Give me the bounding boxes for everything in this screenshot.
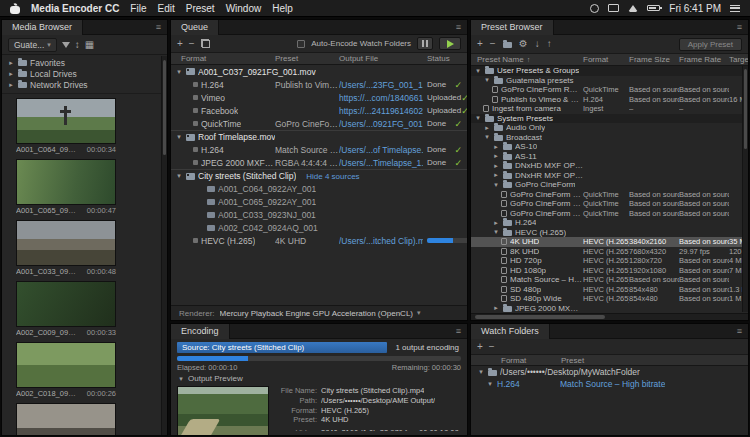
queue-output-row[interactable]: Facebookhttps://...24119614602283Uploade…: [171, 104, 467, 117]
import-preset-icon[interactable]: ↓: [535, 39, 540, 49]
queue-clip-row[interactable]: A001_C065_0922AY_001: [171, 195, 467, 208]
column-output-file[interactable]: Output File: [339, 54, 423, 63]
output-file-link[interactable]: https://...24119614602283: [339, 106, 423, 116]
column-target-rate[interactable]: Target Rate: [729, 55, 748, 64]
sync-status-icon[interactable]: [590, 4, 599, 13]
menu-clock[interactable]: Fri 6:41 PM: [669, 3, 721, 14]
output-file-link[interactable]: /Users/...Timelapse_1.mxf: [339, 158, 423, 168]
twirl-closed-icon[interactable]: ▸: [492, 304, 500, 312]
twirl-open-icon[interactable]: ▾: [175, 68, 183, 76]
preset-group-row[interactable]: ▸Audio Only: [471, 123, 748, 133]
output-preset[interactable]: RGBA 4:4:4:4 12-bit 8K: [275, 158, 339, 168]
panel-menu-icon[interactable]: ≡: [450, 326, 467, 336]
preset-row[interactable]: Publish to Vimeo & FacebookH.264Based on…: [471, 95, 748, 105]
preset-group-row[interactable]: ▸DNxHR MXF OP1a: [471, 171, 748, 181]
create-preset-icon[interactable]: +: [477, 39, 483, 49]
preset-group-row[interactable]: ▸H.264: [471, 218, 748, 228]
twirl-open-icon[interactable]: ▾: [492, 228, 500, 236]
sort-icon[interactable]: ↕: [75, 40, 80, 50]
column-format[interactable]: Format: [171, 54, 275, 63]
twirl-closed-icon[interactable]: ▸: [492, 171, 500, 179]
media-browser-tab[interactable]: Media Browser: [2, 20, 83, 35]
media-clip[interactable]: A001_C065_0922AY_00100:00:47: [16, 159, 157, 215]
twirl-open-icon[interactable]: ▾: [486, 380, 494, 388]
preset-row-selected[interactable]: 4K UHDHEVC (H.265)3840x2160Based on sour…: [471, 237, 748, 247]
queue-clip-row[interactable]: A002_C042_0924AQ_001: [171, 221, 467, 234]
twirl-open-icon[interactable]: ▾: [483, 133, 491, 141]
twirl-open-icon[interactable]: ▾: [474, 67, 482, 75]
output-preview-toggle[interactable]: ▾ Output Preview: [171, 373, 467, 384]
queue-clip-row[interactable]: A001_C064_0922AY_001: [171, 182, 467, 195]
watch-folder-output-row[interactable]: ▾H.264Match Source – High bitrate: [471, 378, 748, 390]
output-file-link[interactable]: /Users/...of Timelapse.mp4: [339, 145, 423, 155]
preset-row[interactable]: HD 1080pHEVC (H.265)1920x1080Based on so…: [471, 266, 748, 276]
auto-encode-checkbox[interactable]: [297, 40, 305, 48]
thumbnail-view-icon[interactable]: ▦: [85, 40, 94, 50]
wifi-icon[interactable]: [628, 5, 638, 12]
preset-group-row[interactable]: ▾Guatemala presets: [471, 76, 748, 86]
watch-output-preset[interactable]: Match Source – High bitrate: [560, 379, 665, 389]
queue-tab[interactable]: Queue: [171, 20, 219, 35]
menu-preset[interactable]: Preset: [186, 3, 215, 14]
output-preset[interactable]: 4K UHD: [275, 236, 339, 246]
output-preset[interactable]: Publish to Vimeo & Facebook: [275, 80, 339, 90]
output-file-link[interactable]: https://...com/184066142: [339, 93, 423, 103]
queue-output-row[interactable]: H.264Publish to Vimeo & Facebook/Users/.…: [171, 78, 467, 91]
scrollbar-thumb[interactable]: [163, 60, 166, 155]
queue-source-row[interactable]: ▾A001_C037_0921FG_001.mov: [171, 65, 467, 78]
preset-row[interactable]: SD 480pHEVC (H.265)854x480Based on sourc…: [471, 285, 748, 295]
create-group-icon[interactable]: [503, 42, 512, 48]
column-status[interactable]: Status: [423, 54, 467, 63]
preset-row[interactable]: GoPro CineForm RGB 12-bitQuickTimeBased …: [471, 199, 748, 209]
display-icon[interactable]: [608, 4, 619, 12]
collection-dropdown[interactable]: Guate...▾: [8, 38, 57, 52]
media-clip[interactable]: A001_C064_0922AY_00100:00:34: [16, 98, 157, 154]
queue-output-row[interactable]: Vimeohttps://...com/184066142Uploaded✓: [171, 91, 467, 104]
twirl-open-icon[interactable]: ▾: [492, 181, 500, 189]
queue-output-row[interactable]: HEVC (H.265)4K UHD/Users/...itched Clip)…: [171, 234, 467, 247]
clip-thumbnail[interactable]: [16, 159, 116, 205]
column-frame-size[interactable]: Frame Size: [629, 55, 679, 64]
queue-source-row[interactable]: ▾City streets (Stitched Clip)Hide 4 sour…: [171, 169, 467, 182]
remove-watch-folder-button[interactable]: −: [489, 342, 495, 352]
preset-group-row[interactable]: ▾User Presets & Groups: [471, 66, 748, 76]
encoding-tab[interactable]: Encoding: [171, 324, 230, 339]
column-preset[interactable]: Preset: [275, 54, 339, 63]
menu-help[interactable]: Help: [272, 3, 293, 14]
twirl-closed-icon[interactable]: ▸: [7, 81, 15, 89]
add-source-button[interactable]: +: [177, 39, 183, 49]
preset-group-row[interactable]: ▾GoPro CineForm: [471, 180, 748, 190]
watch-folders-tab[interactable]: Watch Folders: [471, 324, 550, 339]
apple-menu-icon[interactable]: [10, 3, 20, 14]
queue-clip-row[interactable]: A001_C033_0923NJ_001: [171, 208, 467, 221]
battery-icon[interactable]: [647, 5, 660, 11]
pause-queue-button[interactable]: [417, 37, 433, 50]
column-frame-rate[interactable]: Frame Rate: [679, 55, 729, 64]
clip-thumbnail[interactable]: [16, 342, 116, 388]
twirl-closed-icon[interactable]: ▸: [7, 70, 15, 78]
preset-group-row[interactable]: ▸JPEG 2000 MXF OP1a: [471, 304, 748, 314]
twirl-open-icon[interactable]: ▾: [474, 114, 482, 122]
clip-thumbnail[interactable]: [16, 220, 116, 266]
scrollbar[interactable]: [161, 56, 167, 435]
media-clip[interactable]: A002_C052_0922T7_00100:02:28: [16, 403, 157, 435]
media-clip[interactable]: A002_C009_0922ZJ_00100:00:33: [16, 281, 157, 337]
preset-group-row[interactable]: ▾System Presets: [471, 114, 748, 124]
twirl-open-icon[interactable]: ▾: [483, 76, 491, 84]
queue-output-row[interactable]: QuickTimeGoPro CineForm RGB 12-bit/Users…: [171, 117, 467, 130]
preset-settings-icon[interactable]: ⚙: [519, 39, 528, 49]
clip-thumbnail[interactable]: [16, 98, 116, 144]
twirl-closed-icon[interactable]: ▸: [7, 59, 15, 67]
watch-folder-row[interactable]: ▾/Users/••••••/Desktop/MyWatchFolder: [471, 366, 748, 378]
panel-menu-icon[interactable]: ≡: [731, 326, 748, 336]
queue-output-row[interactable]: JPEG 2000 MXF OP1aRGBA 4:4:4:4 12-bit 8K…: [171, 156, 467, 169]
preset-group-row[interactable]: ▸AS-10: [471, 142, 748, 152]
column-format[interactable]: Format: [501, 356, 561, 365]
twirl-closed-icon[interactable]: ▸: [492, 143, 500, 151]
twirl-closed-icon[interactable]: ▸: [492, 152, 500, 160]
preset-row[interactable]: 8K UHDHEVC (H.265)7680x432029.97 fps120 …: [471, 247, 748, 257]
scrollbar[interactable]: [742, 66, 748, 312]
watch-output-format[interactable]: H.264: [497, 379, 557, 389]
queue-source-row[interactable]: ▾Roof Timelapse.mov: [171, 130, 467, 143]
preset-row[interactable]: GoPro CineForm RGB 12-bit with alpha (Al…: [471, 85, 748, 95]
